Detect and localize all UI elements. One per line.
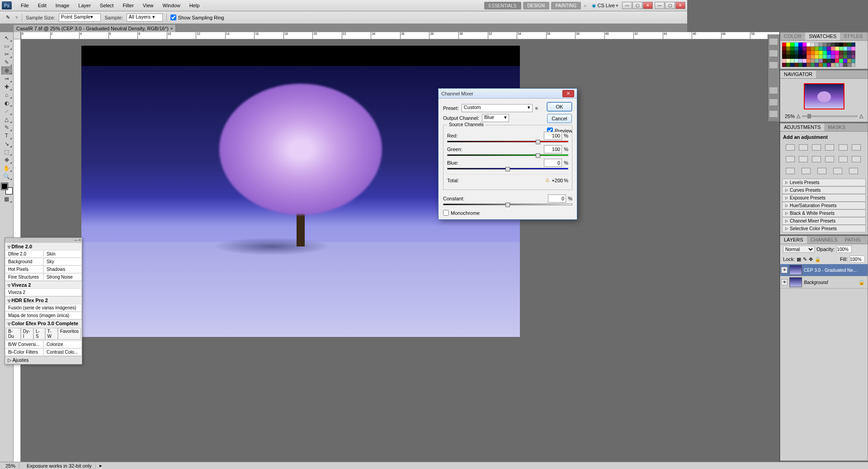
sample-label: Sample: [104,15,123,20]
output-channel-select[interactable]: Blue▾ [482,114,509,122]
menu-file[interactable]: File [16,1,33,10]
channel-input[interactable] [544,145,562,153]
float-item[interactable]: Fine Structures [5,273,43,281]
float-item[interactable]: Mapa de tonos (imagen única) [5,312,82,319]
float-item[interactable]: Background [5,258,43,265]
float-item[interactable]: Bi-Color Filters [5,348,43,356]
float-section-header[interactable]: Dfine 2.0 [5,242,82,250]
channel-label: Blue: [447,160,544,166]
float-item[interactable]: Fusión (serie de varias imágenes) [5,304,82,312]
float-item[interactable]: Viveza 2 [5,289,82,296]
minimize-icon[interactable]: — [622,2,632,9]
float-section-header[interactable]: HDR Efex Pro 2 [5,296,82,304]
nik-plugins-panel[interactable]: — × Dfine 2.0Dfine 2.0SkinBackgroundSkyH… [5,237,82,365]
float-tab[interactable]: B-Du [6,328,21,340]
document-tab[interactable]: CasaIR 7.tif @ 25% (CEP 3.0 - Graduated … [14,25,176,32]
tool-15[interactable]: ✥ [1,156,12,164]
tool-6[interactable]: ✚ [1,83,12,91]
workspace-painting[interactable]: PAINTING [551,2,581,9]
sample-size-select[interactable]: Point Sample ▾ [59,14,101,22]
float-item[interactable]: Strong Noise [43,273,82,281]
tool-17[interactable]: 🔍 [1,172,12,180]
document-tab-close-icon[interactable]: × [170,26,173,31]
preset-select[interactable]: Custom▾ [462,104,533,112]
tool-13[interactable]: ↘ [1,140,12,148]
maximize-icon[interactable]: ▢ [632,2,642,9]
panel-close-icon[interactable]: × [79,238,81,242]
tool-7[interactable]: ⌂ [1,91,12,99]
float-section-header[interactable]: Viveza 2 [5,281,82,289]
tool-2[interactable]: ✂ [1,50,12,58]
workspace-design[interactable]: DESIGN [523,2,549,9]
tool-1[interactable]: ▭ [1,42,12,50]
float-tab[interactable]: Favoritos [58,328,81,340]
tool-14[interactable]: ⬚ [1,148,12,156]
ok-button[interactable]: OK [547,102,572,111]
float-item[interactable]: Shadows [43,265,82,273]
channel-input[interactable] [544,159,562,167]
workspace-more-icon[interactable]: » [584,3,586,8]
constant-slider[interactable] [443,204,572,205]
float-item[interactable]: Colorize [43,341,82,348]
tool-3[interactable]: ✎ [1,58,12,66]
doc-minimize-icon[interactable]: — [655,2,665,9]
menu-image[interactable]: Image [51,1,74,10]
float-footer[interactable]: ▷ Ajustes [8,357,29,363]
channel-label: Red: [447,133,544,138]
show-sampling-ring-checkbox[interactable]: Show Sampling Ring [170,14,224,20]
preset-menu-icon[interactable]: ≡ [535,105,538,111]
cancel-button[interactable]: Cancel [547,114,572,123]
channel-input[interactable] [544,132,562,140]
quick-mask-icon[interactable]: ▦ [1,195,12,203]
tool-8[interactable]: ◐ [1,99,12,107]
menu-view[interactable]: View [138,1,158,10]
float-section-header[interactable]: Color Efex Pro 3.0 Complete [5,319,82,327]
channel-slider[interactable] [447,141,568,142]
menu-edit[interactable]: Edit [33,1,51,10]
constant-input[interactable] [548,194,566,203]
horizontal-ruler[interactable]: 0246810121416182022242628303234363840424… [21,32,687,39]
float-tab[interactable]: L-S [33,328,45,340]
panel-minimize-icon[interactable]: — [74,238,78,242]
menu-select[interactable]: Select [95,1,118,10]
menu-layer[interactable]: Layer [74,1,95,10]
canvas-area[interactable]: 0246810121416182022242628303234363840424… [14,32,687,374]
float-item[interactable]: Dfine 2.0 [5,250,43,258]
float-item[interactable]: Contrast Colo... [43,348,82,356]
menu-help[interactable]: Help [185,1,204,10]
close-icon[interactable]: ✕ [643,2,653,9]
dialog-close-icon[interactable]: ✕ [562,90,574,97]
doc-close-icon[interactable]: ✕ [675,2,685,9]
float-item[interactable]: Hot Pixels [5,265,43,273]
tool-12[interactable]: T [1,132,12,140]
workspace-essentials[interactable]: ESSENTIALS [484,2,521,9]
channel-mixer-dialog[interactable]: Channel Mixer ✕ OK Cancel Preview Preset… [438,88,577,220]
ruler-origin[interactable] [14,32,21,39]
float-tab[interactable]: Dy-I [21,328,33,340]
doc-maximize-icon[interactable]: ▢ [665,2,675,9]
menu-filter[interactable]: Filter [118,1,138,10]
float-item[interactable]: Skin [43,250,82,258]
monochrome-checkbox[interactable]: Monochrome [443,210,572,216]
color-swatch-box[interactable] [1,183,12,194]
output-channel-label: Output Channel: [443,115,479,121]
channel-slider[interactable] [447,168,568,170]
menu-window[interactable]: Window [158,1,185,10]
float-item[interactable]: Sky [43,258,82,265]
tool-5[interactable]: ⇒ [1,75,12,83]
foreground-color-swatch[interactable] [1,183,8,189]
tool-4[interactable]: ⊕ [1,66,12,75]
tool-9[interactable]: ⟋ [1,107,12,115]
sample-select[interactable]: All Layers ▾ [127,14,163,22]
tool-11[interactable]: ✎ [1,123,12,132]
float-item[interactable]: B/W Conversi... [5,341,43,348]
total-label: Total: [447,178,545,183]
tool-10[interactable]: △ [1,115,12,123]
float-tab[interactable]: T-W [45,328,58,340]
dialog-titlebar[interactable]: Channel Mixer ✕ [439,89,577,99]
channel-slider[interactable] [447,154,568,156]
dialog-title: Channel Mixer [441,91,562,96]
tool-16[interactable]: ✋ [1,164,12,172]
cslive-dropdown[interactable]: CS Live [597,3,615,8]
tool-0[interactable]: ↖ [1,34,12,42]
